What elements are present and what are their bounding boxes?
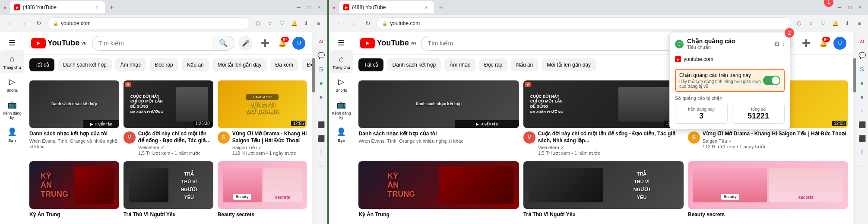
- notification-icon-left[interactable]: 🔔: [289, 18, 299, 29]
- new-tab-button-left[interactable]: +: [107, 2, 117, 13]
- minimize-button-left[interactable]: ─: [294, 3, 303, 12]
- video-card-4-right[interactable]: KỲÁNTRUNG Kỳ Án Trung: [358, 161, 519, 218]
- menu-icon-left[interactable]: ≡: [313, 18, 323, 29]
- sidebar-subscriptions-right[interactable]: 📺 Kênh đăng ký: [329, 96, 353, 123]
- video-card-4-left[interactable]: KỲÁNTRUNG Kỳ Án Trung: [29, 161, 119, 218]
- ext-ai-icon-right[interactable]: AI: [856, 35, 868, 48]
- reload-button-left[interactable]: ↻: [33, 17, 45, 29]
- youtube-tab-left[interactable]: ▶ (488) YouTube ×: [10, 1, 105, 13]
- yt-mic-btn-left[interactable]: 🎤: [238, 36, 253, 51]
- filter-playlist-right[interactable]: Danh sách kết hợp: [387, 58, 441, 71]
- video-card-5-right[interactable]: TRẢTHÙ VÌNGƯỜIYÊU Trả Thù Vì Người Yêu: [523, 161, 684, 218]
- ext-blue-icon-right[interactable]: ⬛: [856, 118, 868, 131]
- yt-search-btn-left[interactable]: 🔍: [212, 36, 234, 51]
- ext-purple-icon-left[interactable]: ●: [315, 91, 327, 103]
- sidebar-menu-btn-right[interactable]: ☰: [329, 34, 353, 50]
- popup-arrow-icon[interactable]: ›: [782, 41, 785, 48]
- tab-close-right[interactable]: ×: [423, 4, 430, 11]
- filter-rap-left[interactable]: Đọc rap: [149, 58, 178, 71]
- ext-plus-icon-left[interactable]: +: [315, 105, 327, 117]
- back-button-left[interactable]: ‹: [3, 17, 16, 29]
- ext-fb-icon-right[interactable]: f: [856, 146, 868, 158]
- yt-scrollbar-left[interactable]: [312, 32, 315, 224]
- notif-btn-right[interactable]: 🔔 9+: [816, 36, 831, 51]
- ext-blue-icon-left[interactable]: ⬛: [315, 118, 327, 131]
- yt-scrollbar-right[interactable]: [853, 32, 856, 224]
- filter-food-left[interactable]: Nấu ăn: [182, 58, 209, 71]
- create-btn-right[interactable]: ➕: [799, 36, 814, 51]
- sidebar-home-left[interactable]: ⌂ Trang chủ: [0, 50, 24, 73]
- video-card-6-right[interactable]: Beauty secrets Beauty secrets: [688, 161, 848, 218]
- ext-green-icon-right[interactable]: ●: [856, 77, 868, 89]
- minimize-button-right[interactable]: ─: [835, 3, 844, 12]
- yt-avatar-right[interactable]: U: [833, 37, 846, 50]
- ext-ai-icon-left[interactable]: AI: [315, 35, 327, 48]
- filter-suggest-left[interactable]: Đề xuất mới: [302, 58, 313, 71]
- star-icon-left[interactable]: ☆: [265, 18, 275, 29]
- yt-search-input-left[interactable]: [92, 36, 212, 51]
- filter-music-left[interactable]: Âm nhạc: [115, 58, 146, 71]
- video-card-2-left[interactable]: CUỘC ĐỜI NÀYCHỈ CÓ MỘT LẦNĐỂ SỐNGBÀ XUÂN…: [124, 80, 213, 156]
- star-icon-right[interactable]: ☆: [806, 18, 816, 29]
- address-input-left[interactable]: 🔒 youtube.com: [48, 17, 250, 29]
- adblock-icon-left[interactable]: 🛡: [277, 18, 287, 29]
- address-input-right[interactable]: 🔒 youtube.com: [377, 17, 791, 29]
- video-card-6-left[interactable]: Beauty secrets Beauty secrets: [218, 161, 307, 218]
- ext-more-icon-left[interactable]: ⋯: [315, 160, 327, 172]
- forward-button-right[interactable]: ›: [347, 17, 359, 29]
- sidebar-you-right[interactable]: 👤 Bạn: [329, 123, 353, 146]
- back-button-right[interactable]: ‹: [333, 17, 345, 29]
- yt-avatar-left[interactable]: U: [292, 37, 305, 50]
- filter-new-right[interactable]: Mới tải lên gần đây: [542, 58, 596, 71]
- filter-playlist-left[interactable]: Danh sách kết hợp: [58, 58, 112, 71]
- ext-red-icon-right[interactable]: ⬛: [856, 132, 868, 144]
- close-window-button-right[interactable]: ×: [856, 3, 865, 12]
- ext-sky-icon-left[interactable]: S: [315, 63, 327, 75]
- ext-plus-icon-right[interactable]: +: [856, 105, 868, 117]
- filter-watched-left[interactable]: Đã xem: [270, 58, 298, 71]
- video-card-5-left[interactable]: TRẢTHÙ VÌNGƯỜIYÊU Trả Thù Vì Người Yêu: [124, 161, 213, 218]
- tab-close-left[interactable]: ×: [94, 4, 101, 11]
- notif-btn-left[interactable]: 🔔 9+: [275, 36, 290, 51]
- video-card-1-right[interactable]: Danh sách nhạc kết hợp ▶ Tuyển tập Danh …: [358, 80, 519, 156]
- sidebar-shorts-right[interactable]: ▷ Shorts: [329, 73, 353, 96]
- screenshot-icon-left[interactable]: ⬡: [253, 18, 263, 29]
- screenshot-icon-right[interactable]: ⬡: [794, 18, 804, 29]
- adblock-icon-right[interactable]: 🛡: [818, 18, 828, 29]
- filter-food-right[interactable]: Nấu ăn: [511, 58, 538, 71]
- ext-red-icon-left[interactable]: ⬛: [315, 132, 327, 144]
- download-icon-right[interactable]: ⬇: [842, 18, 852, 29]
- ext-msg-icon-right[interactable]: 💬: [856, 49, 868, 61]
- sidebar-you-left[interactable]: 👤 Bạn: [0, 123, 24, 146]
- reload-button-right[interactable]: ↻: [362, 17, 374, 29]
- ext-purple-icon-right[interactable]: ●: [856, 91, 868, 103]
- maximize-button-right[interactable]: □: [846, 3, 854, 12]
- create-btn-left[interactable]: ➕: [258, 36, 272, 51]
- filter-all-left[interactable]: Tất cả: [29, 58, 54, 71]
- sidebar-subscriptions-left[interactable]: 📺 Kênh đăng ký: [0, 96, 24, 123]
- maximize-button-left[interactable]: □: [304, 3, 313, 12]
- forward-button-left[interactable]: ›: [18, 17, 30, 29]
- video-card-1-left[interactable]: Danh sách nhạc kết hợp ▶ Tuyển tập Danh …: [29, 80, 119, 156]
- filter-all-right[interactable]: Tất cả: [358, 58, 383, 71]
- ext-green-icon-left[interactable]: ●: [315, 77, 327, 89]
- close-window-button-left[interactable]: ×: [315, 3, 323, 12]
- menu-icon-right[interactable]: ≡: [854, 18, 865, 29]
- video-card-2-right[interactable]: CUỘC ĐỜI NÀYCHỈ CÓ MỘT LẦNĐỂ SỐNGBÀ XUÂN…: [523, 80, 684, 156]
- video-card-3-left[interactable]: HAVE A SIP VỪNG ƠIMỞ DRAMA 12:55 S Vừng …: [218, 80, 307, 156]
- new-tab-button-right[interactable]: +: [436, 2, 446, 13]
- filter-music-right[interactable]: Âm nhạc: [444, 58, 475, 71]
- filter-new-left[interactable]: Mới tải lên gần đây: [212, 58, 267, 71]
- popup-gear-icon[interactable]: ⚙: [774, 40, 780, 48]
- download-icon-left[interactable]: ⬇: [301, 18, 311, 29]
- ext-msg-icon-left[interactable]: 💬: [315, 49, 327, 61]
- ext-fb-icon-left[interactable]: f: [315, 146, 327, 158]
- filter-rap-right[interactable]: Đọc rap: [479, 58, 507, 71]
- ext-sky-icon-right[interactable]: S: [856, 63, 868, 75]
- popup-toggle-switch[interactable]: [763, 76, 780, 85]
- ext-more-icon-right[interactable]: ⋯: [856, 160, 868, 172]
- sidebar-home-right[interactable]: ⌂ Trang chủ: [329, 50, 353, 73]
- notification-icon-right[interactable]: 🔔: [830, 18, 840, 29]
- sidebar-shorts-left[interactable]: ▷ Shorts: [0, 73, 24, 96]
- sidebar-menu-btn-left[interactable]: ☰: [0, 34, 24, 50]
